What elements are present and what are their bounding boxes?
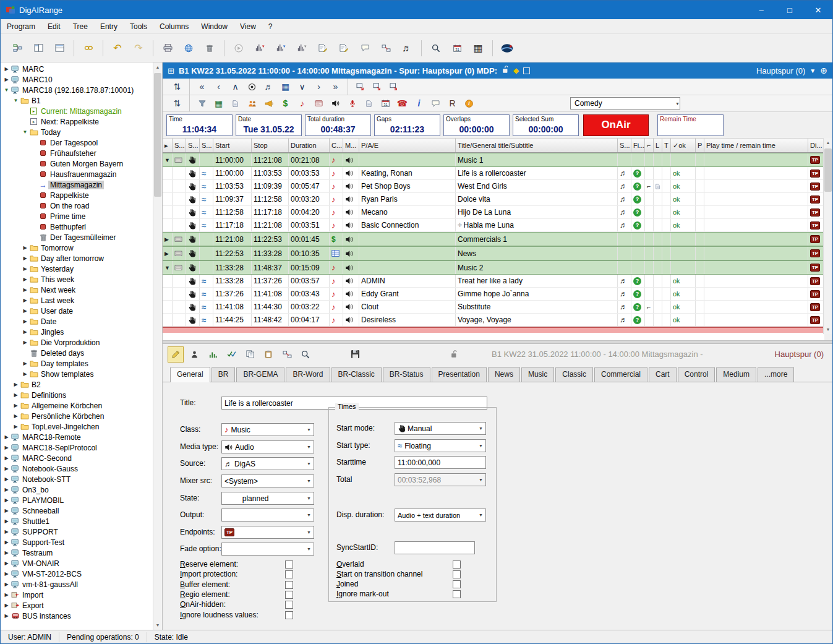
tree-collapsed-icon[interactable]: ▶: [12, 424, 19, 429]
source-select[interactable]: ♬ DigAS ▼: [221, 457, 314, 470]
add-track-icon[interactable]: ⊕: [820, 66, 827, 75]
tab-br[interactable]: BR: [211, 367, 236, 382]
menu-columns[interactable]: Columns: [153, 19, 195, 33]
tab-classic[interactable]: Classic: [555, 367, 593, 382]
edit-note-icon[interactable]: [335, 39, 353, 58]
track-selector[interactable]: Hauptspur (0): [756, 66, 805, 75]
tab-br-word[interactable]: BR-Word: [286, 367, 330, 382]
schedule-group-row[interactable]: ▼11:33:2811:48:3700:15:09♪Music 2TP: [163, 260, 824, 275]
tree-item-support-test[interactable]: ▶Support-Test: [1, 537, 153, 547]
tree-item-notebook-stt[interactable]: ▶Notebook-STT: [1, 474, 153, 484]
calendar-icon[interactable]: 31: [378, 97, 393, 111]
tree-collapsed-icon[interactable]: ▶: [22, 371, 28, 377]
scroll-up-icon[interactable]: ▲: [824, 138, 832, 147]
tree-item-vm-onair[interactable]: ▶VM-ONAIR: [1, 558, 153, 569]
menu-entry[interactable]: Entry: [94, 19, 124, 33]
tree-item-marc10[interactable]: ▶MARC10: [1, 74, 153, 85]
tab-news[interactable]: News: [488, 367, 520, 382]
total-duration-field[interactable]: 00:03:52,968 ▼: [395, 473, 486, 486]
column-header-start[interactable]: Start: [213, 139, 252, 152]
schedule-item-row[interactable]: ≈11:03:5311:09:3900:05:47♪Pet Shop BoysW…: [163, 180, 824, 193]
maximize-button[interactable]: □: [775, 1, 804, 19]
tree-item-show-templates[interactable]: ▶Show templates: [1, 369, 153, 379]
class-select[interactable]: ♪ Music ▼: [221, 423, 314, 436]
onair-button[interactable]: OnAir: [583, 114, 649, 136]
tree-item-fr-haufsteher[interactable]: Frühaufsteher: [1, 148, 153, 158]
chevron-down-icon[interactable]: ▼: [810, 67, 816, 74]
column-header-c[interactable]: C...: [330, 139, 343, 152]
tree-collapsed-icon[interactable]: ▶: [3, 529, 10, 535]
edit-comment-icon[interactable]: [356, 39, 374, 58]
tree-item-last-week[interactable]: ▶Last week: [1, 295, 153, 306]
tree-item-prime-time[interactable]: Prime time: [1, 211, 153, 221]
tab-commercial[interactable]: Commercial: [594, 367, 647, 382]
delete-icon[interactable]: [200, 39, 219, 58]
phone-icon[interactable]: ☎: [395, 97, 409, 111]
lock-icon[interactable]: [446, 346, 462, 363]
edit-mode-icon[interactable]: [168, 346, 184, 363]
tree-collapsed-icon[interactable]: ▶: [22, 287, 28, 293]
tree-item-marc18-seplprotocol[interactable]: ▶MARC18-SeplProtocol: [1, 442, 153, 453]
tree-item-schneeball[interactable]: ▶Schneeball: [1, 505, 153, 516]
tree-item-die-vorproduktion[interactable]: ▶Die Vorproduktion: [1, 337, 153, 348]
column-header-ok[interactable]: ✓ok: [671, 139, 696, 152]
transfer-icon[interactable]: [279, 346, 295, 363]
tree-collapsed-icon[interactable]: ▶: [3, 571, 10, 577]
tree-item-pers-nliche-k-rbchen[interactable]: ▶Persönliche Körbchen: [1, 411, 153, 421]
column-header-src[interactable]: S...: [618, 139, 631, 152]
sort-updown-icon[interactable]: ⇅: [170, 97, 184, 111]
tree-item-vm-st-2012-bcs[interactable]: ▶VM-ST-2012-BCS: [1, 569, 153, 579]
comment-icon[interactable]: [429, 97, 443, 111]
detach-view-3-icon[interactable]: [387, 80, 401, 94]
tree-collapsed-icon[interactable]: ▶: [22, 298, 28, 303]
scroll-up-icon[interactable]: ▲: [153, 62, 162, 72]
tree-item-betthupferl[interactable]: Betthupferl: [1, 221, 153, 232]
tab-control[interactable]: Control: [678, 367, 716, 382]
menu-tools[interactable]: Tools: [124, 19, 153, 33]
menu-edit[interactable]: Edit: [41, 19, 67, 33]
tree-collapsed-icon[interactable]: ▶: [3, 455, 10, 461]
paste-icon[interactable]: [260, 346, 276, 363]
column-header-exp[interactable]: ▸: [163, 139, 173, 152]
tree-collapsed-icon[interactable]: ▶: [22, 245, 28, 251]
tree-item-vm-t-81-gaussall[interactable]: ▶vm-t-81-gaussAll: [1, 579, 153, 590]
tree-item-yesterday[interactable]: ▶Yesterday: [1, 264, 153, 274]
tree-collapsed-icon[interactable]: ▶: [3, 550, 10, 556]
detach-view-2-icon[interactable]: [370, 80, 384, 94]
tree-collapsed-icon[interactable]: ▶: [3, 582, 10, 587]
validate-icon[interactable]: [223, 346, 239, 363]
tab-presentation[interactable]: Presentation: [432, 367, 487, 382]
tree-collapsed-icon[interactable]: ▶: [3, 518, 10, 524]
tree-collapsed-icon[interactable]: ▶: [12, 403, 19, 408]
split-columns-icon[interactable]: [29, 39, 48, 58]
info-icon[interactable]: i: [412, 97, 426, 111]
cart-icon[interactable]: [312, 97, 326, 111]
checkbox-onair-hidden[interactable]: [285, 601, 293, 609]
tree-item-hausfrauenmagazin[interactable]: Hausfrauenmagazin: [1, 169, 153, 179]
tree-collapsed-icon[interactable]: ▶: [22, 308, 28, 314]
checkbox-reserve-element[interactable]: [285, 560, 293, 569]
start-mode-select[interactable]: Manual ▼: [395, 422, 486, 435]
tree-collapsed-icon[interactable]: ▶: [3, 487, 10, 492]
tree-collapsed-icon[interactable]: ▶: [3, 497, 10, 503]
diamond-icon[interactable]: ◆: [513, 66, 519, 75]
tree-item-der-tagesm-lleimer[interactable]: Der Tagesmülleimer: [1, 232, 153, 243]
tree-collapsed-icon[interactable]: ▶: [3, 66, 10, 72]
tree-item-import[interactable]: ▶Import: [1, 590, 153, 600]
redo-icon[interactable]: ↷: [129, 39, 148, 58]
start-type-select[interactable]: ≈ Floating ▼: [395, 439, 486, 452]
endpoints-select[interactable]: TP ▼: [221, 526, 314, 539]
column-header-play[interactable]: Play time / remain time: [704, 139, 808, 152]
menu-help[interactable]: ?: [262, 19, 279, 33]
schedule-item-row[interactable]: ≈11:41:0811:44:3000:03:22♪CloutSubstitut…: [163, 301, 824, 314]
audio-icon[interactable]: [328, 97, 343, 111]
tree-item-user-date[interactable]: ▶User date: [1, 306, 153, 316]
square-icon[interactable]: [523, 67, 530, 74]
tree-collapsed-icon[interactable]: ▶: [3, 434, 10, 440]
waveform-blue-icon[interactable]: [271, 39, 290, 58]
tree-collapsed-icon[interactable]: ▶: [3, 445, 10, 450]
media-type-select[interactable]: Audio ▼: [221, 440, 314, 453]
column-header-s3[interactable]: S...: [200, 139, 213, 152]
checkbox-import-protection[interactable]: [285, 570, 293, 578]
schedule-group-row[interactable]: ▶11:22:5311:33:2800:10:35NewsTP: [163, 246, 824, 260]
